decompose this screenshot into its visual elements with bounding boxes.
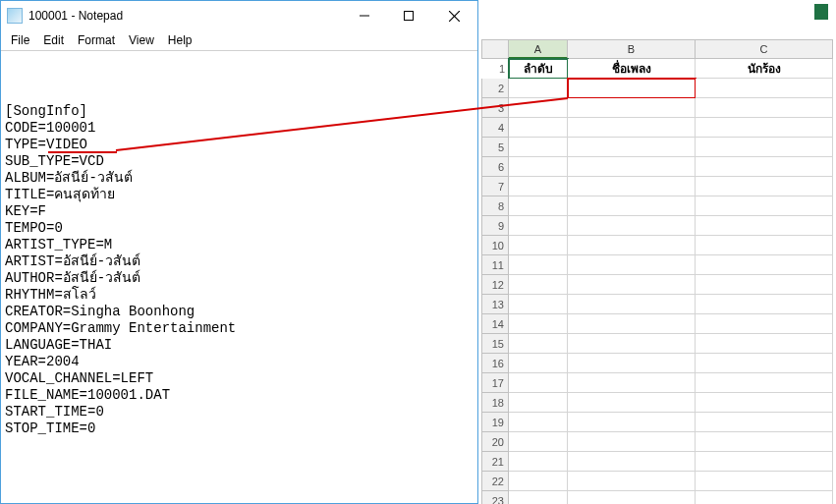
cell-B5[interactable] (568, 138, 696, 157)
cell-A10[interactable] (509, 236, 568, 255)
cell-C5[interactable] (696, 138, 833, 157)
cell-A14[interactable] (509, 314, 568, 334)
cell-B13[interactable] (568, 295, 696, 314)
cell-B14[interactable] (568, 314, 696, 334)
cell-B2[interactable] (568, 79, 696, 98)
cell-A15[interactable] (509, 334, 568, 354)
cell-C6[interactable] (696, 157, 833, 177)
cell-B23[interactable] (568, 491, 696, 504)
cell-A23[interactable] (509, 491, 568, 504)
cell-C10[interactable] (696, 236, 833, 255)
cell-C15[interactable] (696, 334, 833, 354)
column-header-b[interactable]: B (568, 39, 696, 59)
cell-A6[interactable] (509, 157, 568, 177)
cell-B6[interactable] (568, 157, 696, 177)
row-header[interactable]: 14 (481, 314, 509, 334)
row-header[interactable]: 6 (481, 157, 509, 177)
minimize-button[interactable] (342, 1, 386, 30)
cell-B4[interactable] (568, 118, 696, 138)
cell-C16[interactable] (696, 354, 833, 373)
row-header[interactable]: 4 (481, 118, 509, 138)
row-header[interactable]: 5 (481, 138, 509, 157)
row-header[interactable]: 2 (481, 79, 509, 98)
text-area[interactable]: [SongInfo]CODE=100001TYPE=VIDEOSUB_TYPE=… (1, 50, 477, 503)
cell-C18[interactable] (696, 393, 833, 413)
cell-B19[interactable] (568, 413, 696, 432)
cell-C19[interactable] (696, 413, 833, 432)
row-header[interactable]: 23 (481, 491, 509, 504)
cell-A13[interactable] (509, 295, 568, 314)
cell-A5[interactable] (509, 138, 568, 157)
row-header[interactable]: 22 (481, 472, 509, 491)
row-header[interactable]: 13 (481, 295, 509, 314)
cell-A9[interactable] (509, 216, 568, 236)
cell-C22[interactable] (696, 472, 833, 491)
cell-B10[interactable] (568, 236, 696, 255)
cell-B15[interactable] (568, 334, 696, 354)
cell-B11[interactable] (568, 255, 696, 275)
row-header[interactable]: 11 (481, 255, 509, 275)
cell-A18[interactable] (509, 393, 568, 413)
row-header[interactable]: 1 (481, 59, 509, 79)
row-header[interactable]: 9 (481, 216, 509, 236)
cell-C8[interactable] (696, 196, 833, 216)
cell-A7[interactable] (509, 177, 568, 196)
row-header[interactable]: 10 (481, 236, 509, 255)
maximize-button[interactable] (386, 1, 430, 30)
cell-B20[interactable] (568, 432, 696, 452)
menu-help[interactable]: Help (162, 31, 198, 49)
cell-A17[interactable] (509, 373, 568, 393)
menu-file[interactable]: File (5, 31, 35, 49)
cell-C3[interactable] (696, 98, 833, 118)
cell-B7[interactable] (568, 177, 696, 196)
row-header[interactable]: 16 (481, 354, 509, 373)
row-header[interactable]: 19 (481, 413, 509, 432)
cell-A12[interactable] (509, 275, 568, 295)
row-header[interactable]: 3 (481, 98, 509, 118)
row-header[interactable]: 18 (481, 393, 509, 413)
cell-A20[interactable] (509, 432, 568, 452)
cell-C4[interactable] (696, 118, 833, 138)
row-header[interactable]: 17 (481, 373, 509, 393)
cell-B21[interactable] (568, 452, 696, 472)
cell-C1[interactable]: นักร้อง (696, 59, 833, 79)
cell-C20[interactable] (696, 432, 833, 452)
menu-view[interactable]: View (123, 31, 160, 49)
cell-A3[interactable] (509, 98, 568, 118)
cell-A4[interactable] (509, 118, 568, 138)
row-header[interactable]: 15 (481, 334, 509, 354)
cell-A19[interactable] (509, 413, 568, 432)
row-header[interactable]: 8 (481, 196, 509, 216)
cell-B12[interactable] (568, 275, 696, 295)
cell-B16[interactable] (568, 354, 696, 373)
cell-A8[interactable] (509, 196, 568, 216)
column-header-c[interactable]: C (696, 39, 833, 59)
cell-C14[interactable] (696, 314, 833, 334)
cell-C9[interactable] (696, 216, 833, 236)
cell-A11[interactable] (509, 255, 568, 275)
cell-B3[interactable] (568, 98, 696, 118)
cell-A16[interactable] (509, 354, 568, 373)
cell-A1[interactable]: ลำดับ (509, 59, 568, 79)
cell-B9[interactable] (568, 216, 696, 236)
titlebar[interactable]: 100001 - Notepad (1, 1, 477, 30)
cell-A21[interactable] (509, 452, 568, 472)
cell-B18[interactable] (568, 393, 696, 413)
cell-B17[interactable] (568, 373, 696, 393)
cell-B1[interactable]: ชื่อเพลง (568, 59, 696, 79)
cell-A2[interactable] (509, 79, 568, 98)
row-header[interactable]: 7 (481, 177, 509, 196)
cell-C21[interactable] (696, 452, 833, 472)
cell-C23[interactable] (696, 491, 833, 504)
column-header-a[interactable]: A (509, 39, 568, 59)
cell-C2[interactable] (696, 79, 833, 98)
cell-B8[interactable] (568, 196, 696, 216)
row-header[interactable]: 21 (481, 452, 509, 472)
close-button[interactable] (430, 1, 477, 30)
menu-edit[interactable]: Edit (37, 31, 70, 49)
cell-C7[interactable] (696, 177, 833, 196)
row-header[interactable]: 20 (481, 432, 509, 452)
select-all-corner[interactable] (481, 39, 509, 59)
cell-A22[interactable] (509, 472, 568, 491)
cell-C17[interactable] (696, 373, 833, 393)
